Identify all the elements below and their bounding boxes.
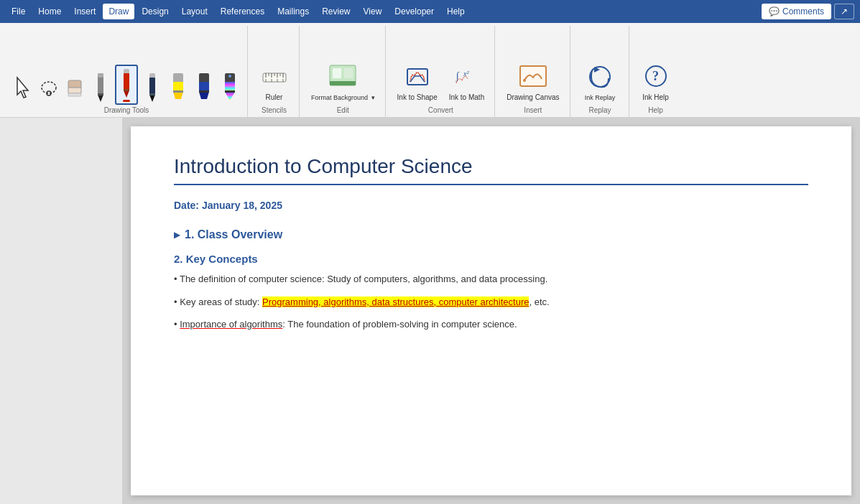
select-tool[interactable]	[11, 73, 34, 105]
svg-rect-13	[124, 89, 129, 91]
ink-replay-label: Ink Replay	[585, 94, 616, 102]
svg-rect-50	[520, 66, 546, 86]
ink-to-shape-button[interactable]: Ink to Shape	[393, 60, 442, 105]
menu-references[interactable]: References	[215, 4, 270, 19]
ink-to-math-button[interactable]: ∫ x² Ink to Math	[445, 60, 489, 105]
convert-content: Ink to Shape ∫ x² Ink to Math	[393, 29, 489, 105]
bullet-item-1: • The definition of computer science: St…	[174, 272, 808, 286]
pen-dark-icon	[147, 72, 157, 103]
menu-file[interactable]: File	[6, 4, 31, 19]
ruler-label: Ruler	[266, 93, 283, 102]
menu-mailings[interactable]: Mailings	[272, 4, 315, 19]
svg-marker-28	[225, 92, 235, 101]
svg-rect-46	[344, 68, 353, 78]
svg-marker-16	[149, 95, 155, 102]
drawing-canvas-label: Drawing Canvas	[507, 93, 559, 102]
section-2: 2. Key Concepts • The definition of comp…	[174, 253, 808, 332]
ruler-icon	[262, 63, 287, 92]
highlighter-yellow-icon	[172, 72, 185, 103]
pen-red-icon	[121, 67, 131, 99]
eraser-tool[interactable]	[63, 73, 86, 105]
menu-layout[interactable]: Layout	[176, 4, 213, 19]
help-group-label: Help	[648, 105, 663, 117]
svg-rect-17	[149, 93, 155, 95]
eraser-icon	[66, 75, 83, 103]
menu-review[interactable]: Review	[316, 4, 356, 19]
menu-design[interactable]: Design	[136, 4, 174, 19]
drawing-canvas-button[interactable]: Drawing Canvas	[502, 60, 563, 105]
document-area: Introduction to Computer Science Date: J…	[0, 118, 860, 504]
share-button[interactable]: ↗	[834, 4, 854, 19]
pen-black-icon	[96, 72, 106, 103]
svg-rect-9	[98, 93, 103, 95]
svg-text:?: ?	[652, 69, 659, 83]
menu-home[interactable]: Home	[32, 4, 67, 19]
comment-icon: 💬	[769, 6, 780, 17]
bullet-item-2: • Key areas of study: Programming, algor…	[174, 295, 808, 309]
svg-marker-0	[17, 78, 28, 98]
pen-galaxy-tool[interactable]	[218, 70, 241, 105]
replay-group: Ink Replay Replay	[572, 26, 629, 117]
drawing-tools-content	[11, 29, 241, 105]
insert-content: Drawing Canvas	[502, 29, 563, 105]
highlighter-yellow-tool[interactable]	[167, 70, 190, 105]
pen-dark-tool[interactable]	[141, 70, 164, 105]
section-1-collapse-arrow[interactable]: ▶	[174, 230, 180, 240]
menu-view[interactable]: View	[358, 4, 388, 19]
ink-help-label: Ink Help	[642, 93, 669, 102]
pen-black-tool[interactable]	[89, 70, 112, 105]
convert-group: Ink to Shape ∫ x² Ink to Math Convert	[387, 26, 496, 117]
svg-rect-44	[330, 81, 356, 85]
highlight-text: Programming, algorithms, data structures…	[262, 297, 529, 307]
menu-right-actions: 💬 Comments ↗	[762, 4, 854, 19]
replay-group-label: Replay	[588, 105, 611, 117]
document-date: Date: January 18, 2025	[174, 200, 808, 211]
svg-marker-24	[199, 92, 209, 99]
menu-help[interactable]: Help	[441, 4, 471, 19]
ruler-button[interactable]: Ruler	[256, 60, 293, 105]
svg-rect-11	[124, 73, 129, 90]
svg-rect-25	[199, 90, 209, 93]
format-bg-label: Format Background ▾	[311, 94, 375, 102]
select-icon	[13, 75, 33, 103]
edit-content: Format Background ▾	[307, 29, 379, 105]
ink-replay-icon	[586, 64, 614, 93]
ribbon: Drawing Tools	[0, 23, 860, 118]
highlighter-blue-tool[interactable]	[193, 70, 216, 105]
ink-to-math-label: Ink to Math	[449, 93, 484, 102]
svg-rect-47	[407, 69, 427, 85]
section-1-title: 1. Class Overview	[185, 228, 282, 241]
help-content: ? Ink Help	[637, 29, 675, 105]
stencils-group: Ruler Stencils	[249, 26, 300, 117]
svg-point-30	[228, 75, 231, 78]
comments-button[interactable]: 💬 Comments	[762, 4, 831, 19]
menu-developer[interactable]: Developer	[389, 4, 440, 19]
svg-rect-19	[173, 82, 183, 92]
underlined-text: Importance of algorithms	[180, 319, 282, 330]
ink-replay-button[interactable]: Ink Replay	[581, 61, 620, 105]
drawing-tools-group: Drawing Tools	[6, 26, 248, 117]
svg-marker-8	[98, 95, 103, 102]
svg-rect-5	[68, 93, 81, 96]
menu-draw[interactable]: Draw	[103, 4, 134, 19]
drawing-canvas-icon	[519, 63, 547, 92]
insert-group-label: Insert	[524, 105, 542, 117]
section-2-title: 2. Key Concepts	[174, 253, 808, 265]
section-1: ▶ 1. Class Overview	[174, 228, 808, 241]
lasso-tool[interactable]	[37, 73, 60, 105]
convert-label: Convert	[428, 105, 453, 117]
svg-rect-27	[225, 82, 235, 92]
help-group: ? Ink Help Help	[631, 26, 681, 117]
menu-insert[interactable]: Insert	[68, 4, 101, 19]
svg-rect-45	[333, 68, 341, 78]
svg-marker-20	[173, 92, 183, 99]
format-background-icon	[328, 64, 357, 93]
ink-to-math-icon: ∫ x²	[453, 63, 479, 92]
ink-to-shape-icon	[404, 63, 430, 92]
format-background-button[interactable]: Format Background ▾	[307, 61, 379, 105]
replay-content: Ink Replay	[581, 29, 620, 105]
ink-help-icon: ?	[643, 63, 669, 92]
ink-help-button[interactable]: ? Ink Help	[637, 60, 675, 105]
svg-rect-29	[225, 90, 235, 93]
pen-red-tool[interactable]	[115, 65, 138, 105]
